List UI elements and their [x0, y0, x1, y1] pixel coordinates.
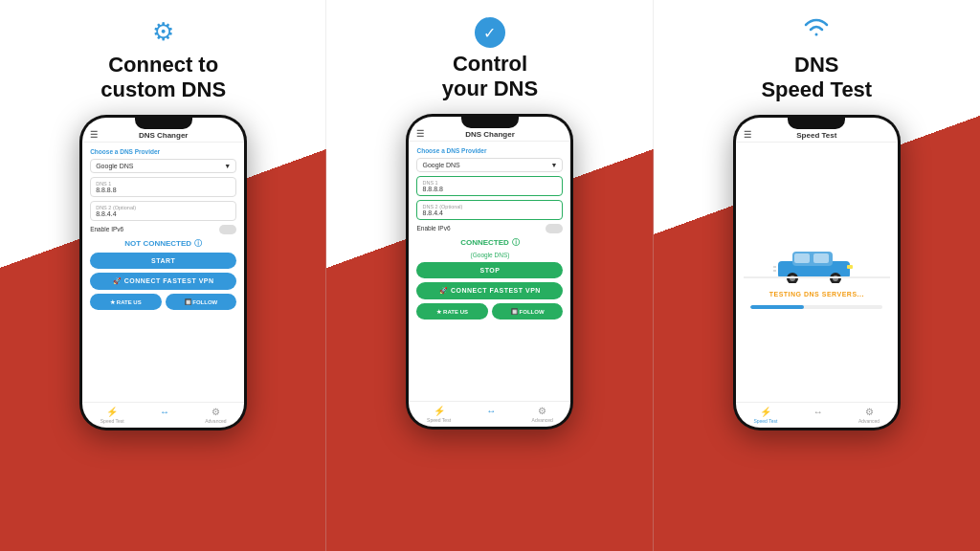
dropdown-arrow-2: ▼: [551, 162, 558, 168]
app-title-3: Speed Test: [796, 131, 836, 140]
screen-header-2: ☰ DNS Changer: [409, 128, 570, 142]
rate-us-button-2[interactable]: ★ RATE US: [416, 303, 488, 320]
info-icon-2: ⓘ: [512, 237, 520, 248]
screen-header-1: ☰ DNS Changer: [82, 129, 244, 143]
divider-2: [653, 0, 654, 551]
phone-screen-2: ☰ DNS Changer Choose a DNS Provider Goog…: [409, 117, 570, 427]
screen-header-3: ☰ Speed Test: [736, 129, 898, 143]
svg-rect-3: [813, 253, 829, 263]
car-illustration: [744, 235, 890, 283]
ipv6-toggle-1[interactable]: [219, 225, 236, 234]
nav-advanced-label-1: Advanced: [205, 418, 226, 424]
panel-connect-dns: ⚙ Connect to custom DNS ☰ DNS Changer Ch…: [0, 0, 326, 551]
phone-screen-1: ☰ DNS Changer Choose a DNS Provider Goog…: [82, 118, 244, 428]
ipv6-row-1: Enable IPv6: [90, 225, 236, 234]
nav-advanced-2[interactable]: ⚙ Advanced: [532, 406, 553, 423]
phone-mockup-2: ☰ DNS Changer Choose a DNS Provider Goog…: [406, 114, 573, 430]
dns-select-2[interactable]: Google DNS ▼: [416, 158, 563, 172]
nav-advanced-3[interactable]: ⚙ Advanced: [858, 407, 880, 424]
hamburger-icon: ☰: [90, 130, 98, 140]
phone-screen-3: ☰ Speed Test: [736, 118, 898, 428]
dns-provider-label-1: Choose a DNS Provider: [90, 148, 236, 155]
panel-top-2: ✓ Control your DNS: [442, 0, 538, 110]
phone-nav-3: ⚡ Speed Test ↔ ⚙ Advanced: [736, 402, 898, 428]
nav-dns-3[interactable]: ↔: [813, 407, 823, 424]
progress-fill: [750, 305, 803, 309]
divider-1: [325, 0, 326, 551]
phone-3: ☰ Speed Test: [733, 115, 901, 430]
follow-button-2[interactable]: 🔲 FOLLOW: [492, 303, 564, 320]
panel-title-2: Control your DNS: [442, 52, 538, 102]
road: [744, 276, 890, 278]
dns1-field-1: DNS 1 8.8.8.8: [90, 177, 236, 197]
follow-button-1[interactable]: 🔲 FOLLOW: [166, 294, 237, 310]
phone-1: ☰ DNS Changer Choose a DNS Provider Goog…: [79, 115, 247, 430]
check-icon: ✓: [475, 17, 505, 48]
nav-speed-test-2[interactable]: ⚡ Speed Test: [427, 406, 451, 423]
sliders-icon: ⚙: [100, 17, 226, 47]
dns-select-1[interactable]: Google DNS ▼: [90, 159, 236, 173]
panel-control-dns: ✓ Control your DNS ☰ DNS Changer Choose …: [326, 0, 653, 551]
speed-test-icon-2: ⚡: [434, 406, 445, 416]
dns2-field-2: DNS 2 (Optional) 8.8.4.4: [416, 200, 563, 220]
advanced-icon-3: ⚙: [865, 407, 874, 417]
testing-label: TESTING DNS SERVERS...: [769, 291, 864, 298]
wifi-icon: [761, 17, 872, 47]
nav-speed-label-1: Speed Test: [100, 418, 124, 424]
dns-icon-3: ↔: [813, 407, 823, 417]
speed-test-icon-3: ⚡: [760, 407, 771, 417]
panel-title-1: Connect to custom DNS: [100, 53, 226, 103]
nav-speed-test-1[interactable]: ⚡ Speed Test: [100, 407, 124, 424]
phone-mockup-1: ☰ DNS Changer Choose a DNS Provider Goog…: [79, 115, 247, 430]
panel-top-1: ⚙ Connect to custom DNS: [100, 0, 226, 111]
stop-button-2[interactable]: STOP: [416, 262, 563, 278]
nav-speed-test-3[interactable]: ⚡ Speed Test: [753, 407, 777, 424]
dropdown-arrow: ▼: [224, 163, 231, 169]
start-button-1[interactable]: START: [90, 253, 236, 269]
screen-content-2: Choose a DNS Provider Google DNS ▼ DNS 1…: [409, 142, 570, 401]
phone-2: ☰ DNS Changer Choose a DNS Provider Goog…: [406, 114, 573, 430]
panel-speed-test: DNS Speed Test ☰ Speed Test: [654, 0, 980, 551]
nav-advanced-1[interactable]: ⚙ Advanced: [205, 407, 226, 424]
nav-speed-label-2: Speed Test: [427, 417, 451, 423]
app-title-2: DNS Changer: [465, 130, 515, 139]
connection-status-1: NOT CONNECTED ⓘ: [90, 238, 236, 249]
screen-content-1: Choose a DNS Provider Google DNS ▼ DNS 1…: [82, 143, 244, 402]
bottom-btn-row-2: ★ RATE US 🔲 FOLLOW: [416, 303, 563, 320]
progress-bar: [750, 305, 882, 309]
advanced-icon-2: ⚙: [538, 406, 546, 416]
nav-advanced-label-3: Advanced: [858, 418, 880, 424]
connect-vpn-button-2[interactable]: 🚀 CONNECT FASTEST VPN: [416, 282, 563, 299]
nav-dns-2[interactable]: ↔: [486, 406, 496, 423]
phone-notch-2: [461, 117, 519, 128]
dns-icon-1: ↔: [160, 407, 169, 417]
advanced-icon-1: ⚙: [212, 407, 220, 417]
panel-title-3: DNS Speed Test: [761, 53, 872, 103]
ipv6-row-2: Enable IPv6: [416, 224, 563, 233]
status-main-2: CONNECTED: [460, 238, 509, 247]
hamburger-icon-2: ☰: [416, 129, 424, 139]
phone-nav-1: ⚡ Speed Test ↔ ⚙ Advanced: [82, 402, 244, 428]
svg-rect-8: [847, 265, 853, 269]
nav-speed-label-3: Speed Test: [753, 418, 777, 424]
dns-provider-label-2: Choose a DNS Provider: [416, 147, 563, 154]
dns1-field-2: DNS 1 8.8.8.8: [416, 176, 563, 196]
connect-vpn-button-1[interactable]: 🚀 CONNECT FASTEST VPN: [90, 273, 236, 290]
rate-us-button-1[interactable]: ★ RATE US: [90, 294, 162, 310]
dns2-field-1: DNS 2 (Optional) 8.8.4.4: [90, 201, 236, 221]
dns-icon-2: ↔: [486, 406, 496, 416]
ipv6-toggle-2[interactable]: [546, 224, 563, 233]
phone-mockup-3: ☰ Speed Test: [733, 115, 901, 430]
phone-notch-1: [135, 118, 192, 129]
speed-test-icon-1: ⚡: [106, 407, 118, 417]
info-icon: ⓘ: [194, 238, 202, 249]
speed-test-content: TESTING DNS SERVERS...: [736, 143, 898, 402]
status-sub-2: (Google DNS): [416, 252, 563, 258]
svg-rect-2: [794, 253, 810, 263]
nav-dns-1[interactable]: ↔: [160, 407, 169, 424]
connection-status-2: CONNECTED ⓘ: [416, 237, 563, 248]
app-title-1: DNS Changer: [139, 131, 189, 140]
bottom-btn-row-1: ★ RATE US 🔲 FOLLOW: [90, 294, 236, 310]
nav-advanced-label-2: Advanced: [532, 417, 553, 423]
panel-top-3: DNS Speed Test: [761, 0, 872, 111]
